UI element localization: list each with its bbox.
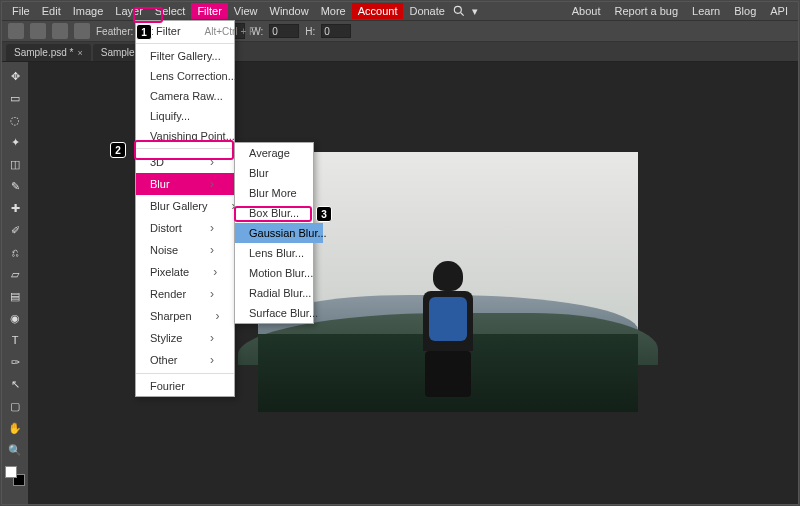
menu-file[interactable]: File <box>6 3 36 19</box>
chevron-down-icon[interactable]: ▾ <box>467 3 483 19</box>
selection-add-icon[interactable] <box>30 23 46 39</box>
callout-number: 2 <box>110 142 126 158</box>
search-icon[interactable] <box>451 3 467 19</box>
menu-view[interactable]: View <box>228 3 264 19</box>
link-blog[interactable]: Blog <box>728 3 762 19</box>
menu-item-radial-blur[interactable]: Radial Blur... <box>235 283 323 303</box>
menu-item-liquify[interactable]: Liquify... <box>136 106 234 126</box>
selection-sub-icon[interactable] <box>52 23 68 39</box>
selection-intersect-icon[interactable] <box>74 23 90 39</box>
svg-point-0 <box>454 6 461 13</box>
zoom-tool-icon[interactable]: 🔍 <box>5 440 25 460</box>
menu-item-noise[interactable]: Noise <box>136 239 234 261</box>
marquee-tool-icon[interactable]: ▭ <box>5 88 25 108</box>
menu-item-blur-gallery[interactable]: Blur Gallery <box>136 195 234 217</box>
color-swatches[interactable] <box>5 466 25 486</box>
toolbar: ✥ ▭ ◌ ✦ ◫ ✎ ✚ ✐ ⎌ ▱ ▤ ◉ T ✑ ↖ ▢ ✋ 🔍 <box>2 62 28 504</box>
menu-filter[interactable]: Filter <box>191 3 227 19</box>
menu-item-lens-correction[interactable]: Lens Correction... <box>136 66 234 86</box>
h-label: H: <box>305 26 315 37</box>
menu-donate[interactable]: Donate <box>403 3 450 19</box>
menu-item-render[interactable]: Render <box>136 283 234 305</box>
menu-edit[interactable]: Edit <box>36 3 67 19</box>
callout-number: 1 <box>136 24 152 40</box>
menu-item-surface-blur[interactable]: Surface Blur... <box>235 303 323 323</box>
eraser-tool-icon[interactable]: ▱ <box>5 264 25 284</box>
menu-item-blur-more[interactable]: Blur More <box>235 183 323 203</box>
heal-tool-icon[interactable]: ✚ <box>5 198 25 218</box>
menu-item-blur[interactable]: Blur <box>235 163 323 183</box>
blur-submenu: Average Blur Blur More Box Blur... Gauss… <box>234 142 314 324</box>
menu-item-other[interactable]: Other <box>136 349 234 371</box>
link-learn[interactable]: Learn <box>686 3 726 19</box>
menubar: File Edit Image Layer Select Filter View… <box>2 2 798 20</box>
menu-item-blur[interactable]: Blur <box>136 173 234 195</box>
gradient-tool-icon[interactable]: ▤ <box>5 286 25 306</box>
path-tool-icon[interactable]: ↖ <box>5 374 25 394</box>
options-bar: Feather: W: H: <box>2 20 798 42</box>
menu-item-gaussian-blur[interactable]: Gaussian Blur... <box>235 223 323 243</box>
menu-more[interactable]: More <box>315 3 352 19</box>
menu-item-stylize[interactable]: Stylize <box>136 327 234 349</box>
callout-number: 3 <box>316 206 332 222</box>
menu-item-camera-raw[interactable]: Camera Raw... <box>136 86 234 106</box>
link-report[interactable]: Report a bug <box>608 3 684 19</box>
selection-mode-icon[interactable] <box>8 23 24 39</box>
menu-item-lens-blur[interactable]: Lens Blur... <box>235 243 323 263</box>
menu-item-fourier[interactable]: Fourier <box>136 376 234 396</box>
svg-line-1 <box>461 13 464 16</box>
link-about[interactable]: About <box>566 3 607 19</box>
menu-image[interactable]: Image <box>67 3 110 19</box>
brush-tool-icon[interactable]: ✐ <box>5 220 25 240</box>
menu-account[interactable]: Account <box>352 3 404 19</box>
menu-item-filter-gallery[interactable]: Filter Gallery... <box>136 46 234 66</box>
document-tabs: Sample.psd *× Sample.psd× <box>2 42 798 62</box>
menu-item-label: t Filter <box>150 25 181 37</box>
callout-2: 2 <box>110 142 126 158</box>
wand-tool-icon[interactable]: ✦ <box>5 132 25 152</box>
stamp-tool-icon[interactable]: ⎌ <box>5 242 25 262</box>
menu-item-shortcut: Alt+Ctrl + F <box>205 26 256 37</box>
pen-tool-icon[interactable]: ✑ <box>5 352 25 372</box>
close-icon[interactable]: × <box>77 48 82 58</box>
menu-window[interactable]: Window <box>264 3 315 19</box>
feather-label: Feather: <box>96 26 133 37</box>
menu-item-average[interactable]: Average <box>235 143 323 163</box>
menu-item-distort[interactable]: Distort <box>136 217 234 239</box>
tab-label: Sample.psd * <box>14 47 73 58</box>
link-api[interactable]: API <box>764 3 794 19</box>
w-input[interactable] <box>269 24 299 38</box>
eyedropper-tool-icon[interactable]: ✎ <box>5 176 25 196</box>
type-tool-icon[interactable]: T <box>5 330 25 350</box>
menu-item-motion-blur[interactable]: Motion Blur... <box>235 263 323 283</box>
blur-tool-icon[interactable]: ◉ <box>5 308 25 328</box>
h-input[interactable] <box>321 24 351 38</box>
menu-item-sharpen[interactable]: Sharpen <box>136 305 234 327</box>
tab-sample1[interactable]: Sample.psd *× <box>6 44 91 61</box>
lasso-tool-icon[interactable]: ◌ <box>5 110 25 130</box>
shape-tool-icon[interactable]: ▢ <box>5 396 25 416</box>
move-tool-icon[interactable]: ✥ <box>5 66 25 86</box>
hand-tool-icon[interactable]: ✋ <box>5 418 25 438</box>
menu-item-pixelate[interactable]: Pixelate <box>136 261 234 283</box>
crop-tool-icon[interactable]: ◫ <box>5 154 25 174</box>
filter-menu: t Filter Alt+Ctrl + F Filter Gallery... … <box>135 20 235 397</box>
